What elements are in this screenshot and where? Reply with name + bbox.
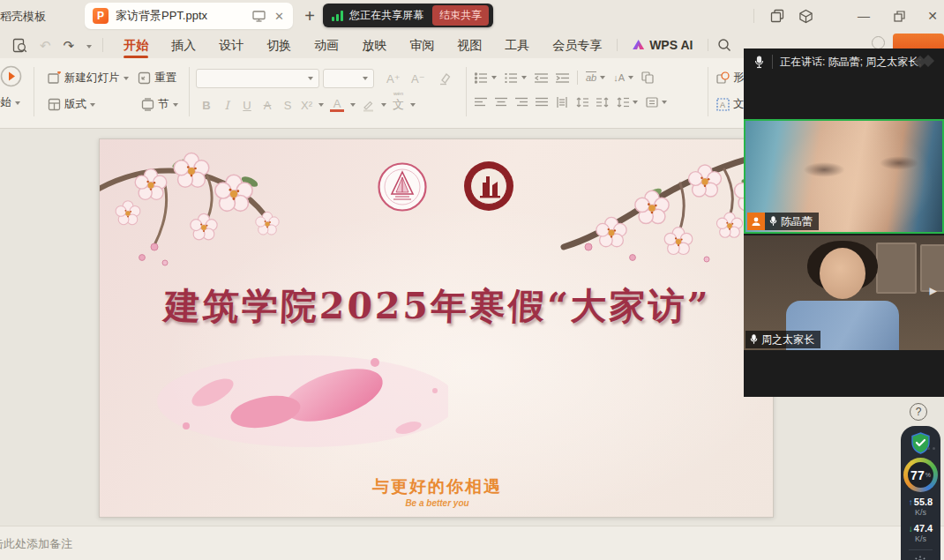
user-avatar[interactable] bbox=[820, 5, 842, 26]
restore-button[interactable] bbox=[884, 0, 914, 32]
redo-icon[interactable]: ↷ bbox=[64, 39, 75, 52]
insert-shape-button[interactable]: 形 bbox=[716, 71, 745, 86]
paragraph-group-row2 bbox=[475, 97, 667, 108]
increase-indent-icon[interactable] bbox=[556, 72, 569, 84]
decrease-indent-icon[interactable] bbox=[535, 72, 548, 84]
petals-decoration bbox=[144, 347, 448, 461]
video-feed-speaker-2[interactable]: ▸ 周之太家长 bbox=[744, 235, 944, 350]
bold-button[interactable]: B bbox=[199, 99, 214, 112]
clear-format-icon[interactable] bbox=[438, 72, 451, 86]
performance-widget[interactable]: 77% ↑55.8 K/s ↓47.4 K/s bbox=[901, 426, 940, 560]
notes-input[interactable]: 点击此处添加备注 bbox=[0, 526, 944, 560]
menu-tab-home[interactable]: 开始 bbox=[112, 32, 160, 58]
screenshot-root: { "tabbar": { "background_tab": "找稻壳模板",… bbox=[0, 0, 944, 560]
menu-tab-slideshow[interactable]: 放映 bbox=[350, 32, 398, 58]
history-dropdown-icon[interactable] bbox=[86, 39, 92, 52]
align-center-icon[interactable] bbox=[495, 97, 507, 108]
menu-tab-review[interactable]: 审阅 bbox=[398, 32, 446, 58]
text-direction-button[interactable]: ↓A bbox=[613, 72, 625, 83]
align-justify-icon[interactable] bbox=[536, 97, 548, 108]
divider bbox=[189, 67, 190, 116]
new-slide-button[interactable]: 新建幻灯片 bbox=[48, 71, 129, 86]
search-icon[interactable] bbox=[717, 38, 731, 52]
find-in-document-icon[interactable] bbox=[12, 38, 27, 53]
university-logo bbox=[378, 162, 427, 212]
replace-icon[interactable] bbox=[641, 71, 654, 84]
undo-icon[interactable]: ↶ bbox=[40, 39, 51, 52]
close-window-button[interactable]: ✕ bbox=[918, 0, 944, 32]
download-arrow-icon: ↓ bbox=[909, 524, 913, 534]
participant-2-name: 周之太家长 bbox=[745, 331, 820, 348]
font-name-select[interactable] bbox=[196, 69, 319, 88]
minimize-button[interactable]: — bbox=[849, 0, 879, 32]
play-overlay-icon[interactable]: ▸ bbox=[929, 281, 937, 300]
architecture-school-logo bbox=[463, 161, 514, 212]
from-start-button[interactable]: 开始 bbox=[0, 95, 20, 110]
menu-tabs: 开始 插入 设计 切换 动画 放映 审阅 视图 工具 会员专享 WPS AI bbox=[112, 32, 731, 58]
slide-title[interactable]: 建筑学院2025年寒假“大家访” bbox=[125, 282, 749, 331]
menu-tab-transition[interactable]: 切换 bbox=[255, 32, 303, 58]
grow-font-button[interactable]: A⁺ bbox=[386, 72, 401, 86]
screen-share-banner: 您正在共享屏幕 结束共享 bbox=[323, 4, 493, 27]
superscript-button[interactable]: X² bbox=[301, 99, 312, 112]
multi-window-icon[interactable] bbox=[762, 0, 792, 32]
distribute-text-icon[interactable] bbox=[556, 97, 568, 108]
menu-tab-view[interactable]: 视图 bbox=[446, 32, 493, 58]
new-tab-button[interactable]: + bbox=[298, 4, 321, 27]
gear-icon[interactable] bbox=[912, 555, 928, 560]
highlight-pen-icon[interactable] bbox=[362, 99, 375, 112]
phonetic-guide-button[interactable]: wén 文 bbox=[393, 97, 404, 113]
section-button[interactable]: 节 bbox=[141, 97, 178, 112]
download-unit: K/s bbox=[901, 534, 940, 543]
participant-1-name: 陈晶蕾 bbox=[765, 213, 819, 230]
menu-tab-wps-ai[interactable]: WPS AI bbox=[621, 32, 704, 58]
reset-button[interactable]: 重置 bbox=[138, 71, 176, 86]
text-align-vertical-icon[interactable] bbox=[646, 97, 658, 108]
help-button[interactable]: ? bbox=[910, 403, 927, 421]
meeting-overlay-panel: 正在讲话: 陈晶蕾; 周之太家长; 陈晶蕾 ▸ 周之太家长 bbox=[744, 49, 944, 397]
menu-tab-membership[interactable]: 会员专享 bbox=[541, 32, 613, 58]
health-score-ring: 77% bbox=[903, 458, 938, 492]
align-right-icon[interactable] bbox=[515, 97, 528, 108]
tab-docer-template[interactable]: 找稻壳模板 bbox=[0, 9, 46, 25]
divider bbox=[708, 67, 708, 116]
bullet-list-icon[interactable] bbox=[475, 72, 488, 84]
download-speed: ↓47.4 bbox=[901, 523, 940, 534]
health-score-value: 77 bbox=[910, 468, 925, 482]
strikethrough-button[interactable]: A bbox=[260, 99, 274, 112]
paragraph-spacing-icon[interactable] bbox=[596, 97, 609, 108]
3d-cube-icon[interactable] bbox=[790, 0, 820, 32]
text-shadow-button[interactable]: S bbox=[281, 99, 295, 112]
line-spacing-icon[interactable] bbox=[617, 97, 629, 108]
slide-tagline[interactable]: 与更好的你相遇 bbox=[100, 475, 774, 498]
present-mode-icon[interactable] bbox=[252, 11, 266, 22]
italic-button[interactable]: I bbox=[220, 99, 234, 112]
video-feed-speaker-1[interactable]: 陈晶蕾 bbox=[744, 119, 944, 234]
layout-button[interactable]: 版式 bbox=[48, 97, 95, 112]
close-tab-icon[interactable]: ✕ bbox=[274, 10, 284, 23]
menu-tab-insert[interactable]: 插入 bbox=[160, 32, 207, 58]
font-color-button[interactable]: A bbox=[330, 98, 344, 112]
participant-face bbox=[820, 248, 865, 299]
character-spacing-button[interactable]: ab bbox=[586, 71, 596, 83]
menu-tab-design[interactable]: 设计 bbox=[207, 32, 255, 58]
play-from-current-icon[interactable] bbox=[0, 65, 22, 87]
underline-button[interactable]: U bbox=[240, 99, 254, 112]
numbered-list-icon[interactable] bbox=[505, 72, 518, 84]
divider bbox=[708, 39, 708, 51]
end-share-button[interactable]: 结束共享 bbox=[432, 5, 489, 26]
align-left-icon[interactable] bbox=[475, 97, 487, 108]
font-size-select[interactable] bbox=[323, 69, 374, 88]
security-shield-icon bbox=[910, 432, 931, 454]
wps-ai-logo-icon bbox=[633, 40, 644, 49]
upload-unit: K/s bbox=[901, 508, 940, 517]
divider bbox=[466, 67, 467, 116]
line-up-spacing-icon[interactable] bbox=[576, 97, 588, 108]
slide-canvas[interactable]: 建筑学院2025年寒假“大家访” 与更好的你相遇 Be a better you bbox=[99, 138, 774, 518]
menu-tab-tools[interactable]: 工具 bbox=[493, 32, 541, 58]
participant-1-label: 陈晶蕾 bbox=[747, 213, 819, 230]
tab-active-document[interactable]: P 家访背景PPT.pptx ✕ bbox=[85, 3, 293, 29]
menu-tab-animation[interactable]: 动画 bbox=[303, 32, 350, 58]
shrink-font-button[interactable]: A⁻ bbox=[411, 72, 425, 86]
insert-textbox-button[interactable]: A 文 bbox=[716, 97, 745, 112]
